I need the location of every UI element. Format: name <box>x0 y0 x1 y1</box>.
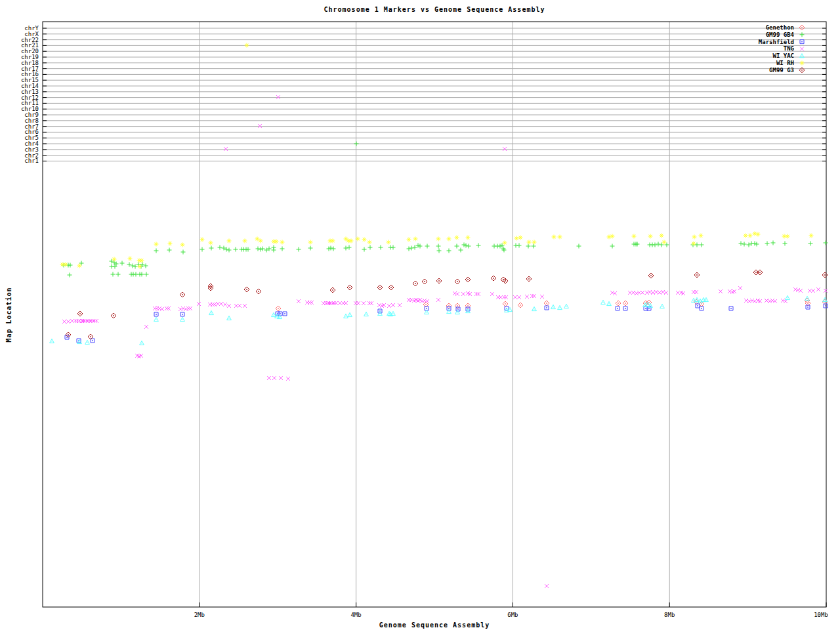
wi_yac-marker-dot <box>211 312 211 313</box>
tng-marker-glyph <box>661 290 665 294</box>
gm99_gb4-marker-glyph <box>234 247 238 252</box>
gm99_gb4-marker-glyph <box>464 243 469 248</box>
wi_rh-marker <box>349 239 354 243</box>
wi_yac-marker <box>786 295 790 299</box>
tng-marker-glyph <box>188 306 192 310</box>
legend-marker-wi_yac-dot <box>801 56 802 56</box>
tng-marker-glyph <box>768 299 772 303</box>
tng-marker <box>676 291 680 295</box>
wi_rh-marker-glyph <box>447 237 452 242</box>
wi_rh-marker-glyph <box>744 234 748 238</box>
gm99_gb4-marker-glyph <box>653 243 658 247</box>
tng-marker <box>391 303 395 307</box>
wi_yac-marker <box>805 296 810 300</box>
tng-marker-glyph <box>773 299 777 303</box>
tng-marker <box>436 298 440 302</box>
tng-marker <box>628 291 632 295</box>
gm99_gb4-marker <box>261 247 265 251</box>
wi_rh-marker <box>699 234 704 238</box>
wi_rh-marker-glyph <box>112 257 117 262</box>
wi_rh-marker-glyph <box>362 238 367 242</box>
tng-marker <box>425 299 429 303</box>
wi_yac-marker-dot <box>273 314 274 315</box>
wi_rh-marker-glyph <box>756 232 761 237</box>
marshfield-marker-dot <box>697 305 698 306</box>
wi_yac-marker-dot <box>182 319 182 320</box>
wi_rh-marker <box>610 234 615 239</box>
marshfield-marker <box>91 339 94 343</box>
gm99_g3-marker-dot <box>467 279 469 280</box>
x-tick-label-8Mb: 8Mb <box>664 612 675 618</box>
tng-marker <box>645 291 649 295</box>
gm99_gb4-marker-glyph <box>133 264 138 269</box>
wi_rh-marker-glyph <box>331 239 335 243</box>
gm99_gb4-marker-glyph <box>181 250 186 255</box>
gm99_gb4-marker <box>68 263 73 268</box>
gm99_gb4-marker-glyph <box>167 248 172 253</box>
gm99_g3-marker-dot <box>505 280 506 282</box>
gm99_gb4-marker-glyph <box>347 245 352 250</box>
legend-item-genethon: Genethon <box>766 24 805 31</box>
gm99_gb4-marker <box>144 272 149 277</box>
marshfield-marker <box>154 312 158 316</box>
tng-marker-glyph <box>144 325 148 329</box>
wi_rh-marker-glyph <box>610 234 615 239</box>
tng-marker <box>308 301 312 304</box>
wi_rh-marker <box>447 237 452 242</box>
tng-marker <box>610 291 614 295</box>
wi_yac-marker-dot <box>705 299 706 300</box>
x-tick-label-2Mb: 2Mb <box>194 612 205 618</box>
tng-marker-glyph <box>545 584 549 588</box>
gm99_gb4-marker <box>259 247 263 252</box>
gm99_gb4-marker-glyph <box>498 244 503 249</box>
wi_yac-marker-dot <box>51 341 52 341</box>
gm99_gb4-marker <box>256 247 261 251</box>
wi_rh-marker <box>692 235 697 240</box>
gm99_gb4-marker <box>200 247 205 252</box>
tng-marker <box>153 306 157 310</box>
gm99_gb4-marker-glyph <box>577 244 581 249</box>
tng-marker-glyph <box>770 299 774 303</box>
wi_yac-marker-dot <box>276 316 277 316</box>
marshfield-marker-dot <box>426 308 427 309</box>
tng-marker-glyph <box>517 295 521 299</box>
series-marshfield <box>65 304 828 343</box>
gm99_g3-marker <box>753 270 759 275</box>
tng-marker <box>74 319 77 323</box>
gm99_g3-marker-dot <box>68 334 69 335</box>
marshfield-marker <box>278 312 282 316</box>
marshfield-marker-dot <box>280 313 281 314</box>
gm99_gb4-marker <box>407 247 411 251</box>
legend-label-gm99_gb4: GM99 GB4 <box>766 32 795 38</box>
genethon-marker-dot <box>278 308 279 309</box>
gm99_gb4-marker-glyph <box>379 245 383 250</box>
tng-marker-glyph <box>738 286 742 290</box>
gm99_gb4-marker-glyph <box>413 245 417 250</box>
gm99_gb4-marker-glyph <box>111 272 116 277</box>
tng-marker-glyph <box>425 299 429 303</box>
tng-marker <box>474 292 478 296</box>
tng-marker <box>808 289 812 293</box>
tng-marker-glyph <box>297 299 301 303</box>
wi_rh-marker-glyph <box>662 240 667 245</box>
wi_rh-marker-glyph <box>455 236 459 240</box>
gm99_g3-marker <box>436 278 442 284</box>
gm99_gb4-marker <box>133 264 138 269</box>
tng-marker <box>144 325 148 329</box>
gm99_g3-marker-dot <box>349 287 350 288</box>
marshfield-marker <box>180 312 184 316</box>
tng-marker-glyph <box>436 298 440 302</box>
tng-marker <box>765 299 768 303</box>
series-gm99_gb4 <box>62 142 828 278</box>
wi_rh-marker <box>407 238 411 242</box>
tng-marker-glyph <box>286 377 290 381</box>
gm99_gb4-marker <box>808 242 813 246</box>
wi_rh-marker <box>514 236 519 241</box>
gm99_g3-marker <box>455 279 460 284</box>
tng-marker-glyph <box>628 291 632 295</box>
tng-marker-glyph <box>635 291 639 295</box>
tng-marker-glyph <box>219 302 223 306</box>
gm99_gb4-marker-glyph <box>771 241 776 245</box>
gm99_gb4-marker-glyph <box>120 261 125 266</box>
legend-item-wi_yac: WI YAC <box>772 52 804 59</box>
